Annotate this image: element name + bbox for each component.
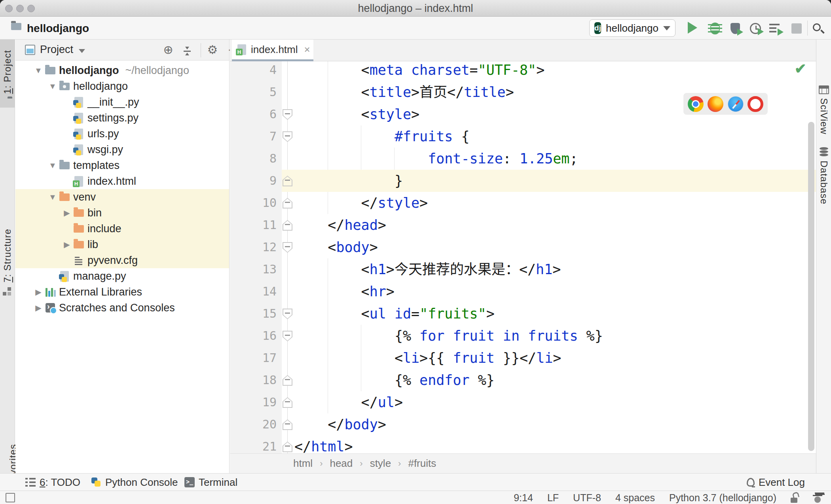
locate-file-button[interactable]: ⊕ [161,43,175,57]
breadcrumb-item-head[interactable]: head [330,457,353,470]
tree-item-lib[interactable]: ▶lib [15,237,229,252]
event-log-button[interactable]: Event Log [747,474,805,491]
code-line-11[interactable]: 11 </head> [230,214,816,236]
tree-item-settings-py[interactable]: settings.py [15,110,229,126]
search-everywhere-button[interactable] [812,22,825,35]
status-widget[interactable]: 4 spaces [615,492,655,504]
run-button[interactable] [688,22,701,35]
code-editor[interactable]: 4 <meta charset="UTF-8">5 <title>首页</tit… [230,61,816,453]
opera-icon[interactable] [748,96,763,112]
excluded-folder-icon [72,241,85,248]
expanded-arrow-icon[interactable]: ▼ [47,161,58,170]
inspections-hector-icon[interactable] [813,493,822,503]
toolwindow-switcher-icon[interactable] [6,493,15,502]
collapsed-arrow-icon[interactable]: ▶ [61,240,72,249]
breadcrumb-item-style[interactable]: style [370,457,391,470]
fold-marker-icon[interactable] [283,331,292,341]
run-with-coverage-button[interactable] [729,22,742,35]
tree-item-hellodjango[interactable]: ▼hellodjango~/hellodjango [15,63,229,78]
tree-item-hellodjango[interactable]: ▼hellodjango [15,78,229,94]
code-line-10[interactable]: 10 </style> [230,192,816,214]
inspection-ok-icon[interactable]: ✔ [795,61,806,77]
collapsed-arrow-icon[interactable]: ▶ [33,303,44,313]
breadcrumb-item-html[interactable]: html [293,457,313,470]
code-line-14[interactable]: 14 <hr> [230,280,816,303]
code-line-4[interactable]: 4 <meta charset="UTF-8"> [230,61,816,81]
code-line-8[interactable]: 8 font-size: 1.25em; [230,148,816,170]
line-number: 9 [230,170,277,192]
fold-marker-icon[interactable] [283,176,292,186]
code-line-17[interactable]: 17 <li>{{ fruit }}</li> [230,347,816,369]
collapse-all-button[interactable] [182,43,196,56]
profile-button[interactable] [749,22,763,35]
run-configuration-select[interactable]: dj hellodjango [589,19,675,37]
stop-button[interactable] [790,22,803,35]
html-file-icon [237,44,246,55]
tree-item-external-libraries[interactable]: ▶External Libraries [15,284,229,300]
close-icon[interactable]: × [304,44,310,56]
code-line-20[interactable]: 20 </body> [230,413,816,436]
tree-item-manage-py[interactable]: manage.py [15,268,229,284]
collapsed-arrow-icon[interactable]: ▶ [61,208,72,218]
fold-marker-icon[interactable] [283,109,292,120]
tree-item-wsgi-py[interactable]: wsgi.py [15,142,229,157]
code-line-13[interactable]: 13 <h1>今天推荐的水果是：</h1> [230,258,816,280]
tree-item--init-py[interactable]: __init__.py [15,94,229,110]
fold-marker-icon[interactable] [283,309,292,319]
debug-button[interactable] [708,22,722,35]
code-line-15[interactable]: 15 <ul id="fruits"> [230,303,816,325]
fold-marker-icon[interactable] [283,397,292,408]
tree-item-templates[interactable]: ▼templates [15,157,229,173]
code-line-12[interactable]: 12 <body> [230,236,816,258]
collapsed-arrow-icon[interactable]: ▶ [33,287,44,297]
sidebar-tab-project[interactable]: 1: Project [0,40,15,108]
fold-marker-icon[interactable] [283,131,292,142]
editor-tab-index-html[interactable]: index.html × [232,40,313,59]
status-widget[interactable]: UTF-8 [573,492,601,504]
expanded-arrow-icon[interactable]: ▼ [47,193,58,202]
fold-marker-icon[interactable] [283,242,292,253]
shield-icon [730,23,740,34]
tree-item-urls-py[interactable]: urls.py [15,126,229,142]
expanded-arrow-icon[interactable]: ▼ [33,66,44,75]
project-panel-title[interactable]: Project [40,44,73,56]
toolwindow-terminal[interactable]: >_ Terminal [184,474,237,491]
lock-icon[interactable] [791,493,799,503]
navigation-breadcrumb[interactable]: hellodjango [27,22,89,35]
breadcrumb-item-fruits[interactable]: #fruits [408,457,436,470]
sidebar-tab-sciview[interactable]: SciView [816,85,831,135]
tree-item-scratches-and-consoles[interactable]: ▶Scratches and Consoles [15,300,229,316]
sidebar-tab-structure[interactable]: 7: Structure [0,229,15,304]
fold-marker-icon[interactable] [283,375,292,386]
tree-item-index-html[interactable]: index.html [15,173,229,189]
toolwindow-python-console[interactable]: Python Console [91,474,178,491]
line-number: 14 [230,280,277,303]
tree-item-venv[interactable]: ▼venv [15,189,229,205]
status-widget[interactable]: LF [547,492,559,504]
tree-item-include[interactable]: include [15,221,229,237]
status-widget[interactable]: 9:14 [514,492,533,504]
code-line-7[interactable]: 7 #fruits { [230,125,816,148]
toolwindow-todo[interactable]: 6: TODO [25,474,80,491]
code-line-9[interactable]: 9 } [230,170,816,192]
chrome-icon[interactable] [688,96,704,112]
run-with-options-button[interactable] [769,22,783,35]
code-line-19[interactable]: 19 </ul> [230,391,816,413]
code-line-18[interactable]: 18 {% endfor %} [230,369,816,391]
settings-gear-button[interactable]: ⚙ [205,43,220,57]
safari-icon[interactable] [728,96,744,112]
fold-marker-icon[interactable] [283,419,292,430]
fold-marker-icon[interactable] [283,198,292,208]
line-number: 7 [230,125,277,148]
code-line-21[interactable]: 21</html> [230,436,816,453]
status-widget[interactable]: Python 3.7 (hellodjango) [669,492,776,504]
expanded-arrow-icon[interactable]: ▼ [47,82,58,91]
tree-item-pyvenv-cfg[interactable]: pyvenv.cfg [15,252,229,268]
sidebar-tab-database[interactable]: Database [816,147,831,205]
firefox-icon[interactable] [708,96,723,112]
editor-scrollbar[interactable] [808,122,814,451]
tree-item-bin[interactable]: ▶bin [15,205,229,221]
fold-marker-icon[interactable] [283,441,292,452]
code-line-16[interactable]: 16 {% for fruit in fruits %} [230,325,816,347]
fold-marker-icon[interactable] [283,220,292,231]
